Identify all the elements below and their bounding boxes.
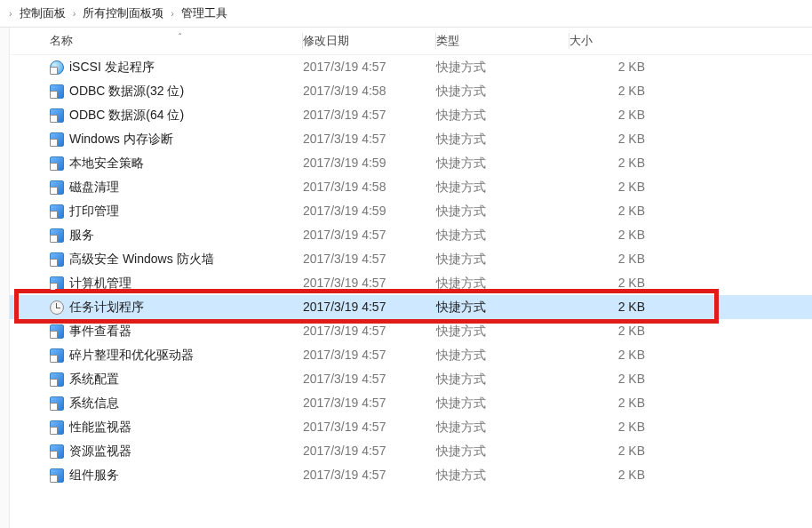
cell-size: 2 KB bbox=[569, 151, 694, 175]
list-item[interactable]: Windows 内存诊断2017/3/19 4:57快捷方式2 KB bbox=[10, 127, 812, 151]
globe-icon bbox=[50, 60, 64, 75]
cell-name: 性能监视器 bbox=[10, 415, 303, 439]
cell-size: 2 KB bbox=[569, 79, 694, 103]
list-item[interactable]: ODBC 数据源(64 位)2017/3/19 4:57快捷方式2 KB bbox=[10, 103, 812, 127]
cell-date: 2017/3/19 4:58 bbox=[303, 79, 436, 103]
shortcut-icon bbox=[50, 420, 64, 435]
shortcut-icon bbox=[50, 468, 64, 483]
column-header-date[interactable]: 修改日期 bbox=[303, 28, 436, 54]
file-name: 打印管理 bbox=[69, 199, 119, 223]
shortcut-icon bbox=[50, 180, 64, 195]
cell-date: 2017/3/19 4:57 bbox=[303, 367, 436, 391]
shortcut-icon bbox=[50, 252, 64, 267]
cell-type: 快捷方式 bbox=[436, 199, 569, 223]
list-item[interactable]: 计算机管理2017/3/19 4:57快捷方式2 KB bbox=[10, 271, 812, 295]
cell-type: 快捷方式 bbox=[436, 55, 569, 79]
breadcrumb-item[interactable]: 管理工具 bbox=[181, 0, 227, 27]
cell-size: 2 KB bbox=[569, 391, 694, 415]
cell-name: 事件查看器 bbox=[10, 319, 303, 343]
cell-size: 2 KB bbox=[569, 367, 694, 391]
cell-type: 快捷方式 bbox=[436, 79, 569, 103]
list-item[interactable]: 本地安全策略2017/3/19 4:59快捷方式2 KB bbox=[10, 151, 812, 175]
content-area: 名称 ˆ 修改日期 类型 大小 iSCSI 发起程序2017/3/19 4:57… bbox=[0, 28, 812, 528]
list-item[interactable]: 打印管理2017/3/19 4:59快捷方式2 KB bbox=[10, 199, 812, 223]
column-header-type[interactable]: 类型 bbox=[436, 28, 569, 54]
explorer-window: › 控制面板 › 所有控制面板项 › 管理工具 名称 ˆ 修改日期 类型 bbox=[0, 0, 812, 528]
cell-type: 快捷方式 bbox=[436, 271, 569, 295]
cell-size: 2 KB bbox=[569, 199, 694, 223]
list-item[interactable]: 高级安全 Windows 防火墙2017/3/19 4:57快捷方式2 KB bbox=[10, 247, 812, 271]
file-name: 性能监视器 bbox=[69, 415, 131, 439]
cell-date: 2017/3/19 4:57 bbox=[303, 415, 436, 439]
list-item[interactable]: 性能监视器2017/3/19 4:57快捷方式2 KB bbox=[10, 415, 812, 439]
cell-name: 碎片整理和优化驱动器 bbox=[10, 343, 303, 367]
shortcut-icon bbox=[50, 372, 64, 387]
clock-icon bbox=[50, 300, 64, 315]
cell-type: 快捷方式 bbox=[436, 367, 569, 391]
cell-date: 2017/3/19 4:59 bbox=[303, 199, 436, 223]
cell-size: 2 KB bbox=[569, 415, 694, 439]
file-list: 名称 ˆ 修改日期 类型 大小 iSCSI 发起程序2017/3/19 4:57… bbox=[10, 28, 812, 528]
cell-date: 2017/3/19 4:57 bbox=[303, 439, 436, 463]
shortcut-icon bbox=[50, 348, 64, 363]
list-item[interactable]: 事件查看器2017/3/19 4:57快捷方式2 KB bbox=[10, 319, 812, 343]
cell-type: 快捷方式 bbox=[436, 175, 569, 199]
shortcut-icon bbox=[50, 132, 64, 147]
cell-size: 2 KB bbox=[569, 343, 694, 367]
list-item[interactable]: ODBC 数据源(32 位)2017/3/19 4:58快捷方式2 KB bbox=[10, 79, 812, 103]
cell-name: 磁盘清理 bbox=[10, 175, 303, 199]
cell-name: 服务 bbox=[10, 223, 303, 247]
cell-date: 2017/3/19 4:57 bbox=[303, 319, 436, 343]
list-item[interactable]: iSCSI 发起程序2017/3/19 4:57快捷方式2 KB bbox=[10, 55, 812, 79]
cell-date: 2017/3/19 4:59 bbox=[303, 151, 436, 175]
file-name: 高级安全 Windows 防火墙 bbox=[69, 247, 214, 271]
shortcut-icon bbox=[50, 156, 64, 171]
cell-size: 2 KB bbox=[569, 127, 694, 151]
nav-pane-edge bbox=[0, 28, 10, 528]
cell-type: 快捷方式 bbox=[436, 127, 569, 151]
cell-date: 2017/3/19 4:57 bbox=[303, 223, 436, 247]
cell-name: ODBC 数据源(64 位) bbox=[10, 103, 303, 127]
cell-name: 本地安全策略 bbox=[10, 151, 303, 175]
shortcut-icon bbox=[50, 108, 64, 123]
list-item[interactable]: 系统信息2017/3/19 4:57快捷方式2 KB bbox=[10, 391, 812, 415]
column-header-name[interactable]: 名称 ˆ bbox=[10, 28, 303, 54]
cell-name: 组件服务 bbox=[10, 463, 303, 487]
list-item[interactable]: 系统配置2017/3/19 4:57快捷方式2 KB bbox=[10, 367, 812, 391]
list-item[interactable]: 磁盘清理2017/3/19 4:58快捷方式2 KB bbox=[10, 175, 812, 199]
breadcrumb[interactable]: › 控制面板 › 所有控制面板项 › 管理工具 bbox=[0, 0, 812, 28]
cell-name: ODBC 数据源(32 位) bbox=[10, 79, 303, 103]
cell-size: 2 KB bbox=[569, 247, 694, 271]
file-name: Windows 内存诊断 bbox=[69, 127, 173, 151]
cell-size: 2 KB bbox=[569, 103, 694, 127]
file-name: 资源监视器 bbox=[69, 439, 131, 463]
cell-size: 2 KB bbox=[569, 223, 694, 247]
column-header-size[interactable]: 大小 bbox=[569, 28, 694, 54]
chevron-right-icon: › bbox=[169, 0, 176, 27]
breadcrumb-item[interactable]: 控制面板 bbox=[20, 0, 66, 27]
cell-date: 2017/3/19 4:57 bbox=[303, 55, 436, 79]
breadcrumb-item[interactable]: 所有控制面板项 bbox=[83, 0, 163, 27]
file-name: ODBC 数据源(32 位) bbox=[69, 79, 184, 103]
column-header-label: 大小 bbox=[569, 34, 593, 47]
cell-date: 2017/3/19 4:57 bbox=[303, 343, 436, 367]
file-name: 服务 bbox=[69, 223, 94, 247]
cell-type: 快捷方式 bbox=[436, 391, 569, 415]
cell-name: 计算机管理 bbox=[10, 271, 303, 295]
file-rows: iSCSI 发起程序2017/3/19 4:57快捷方式2 KBODBC 数据源… bbox=[10, 55, 812, 487]
list-item[interactable]: 碎片整理和优化驱动器2017/3/19 4:57快捷方式2 KB bbox=[10, 343, 812, 367]
list-item[interactable]: 任务计划程序2017/3/19 4:57快捷方式2 KB bbox=[10, 295, 812, 319]
cell-type: 快捷方式 bbox=[436, 247, 569, 271]
file-name: 任务计划程序 bbox=[69, 295, 144, 319]
column-header-label: 类型 bbox=[436, 34, 459, 47]
file-name: ODBC 数据源(64 位) bbox=[69, 103, 184, 127]
cell-date: 2017/3/19 4:57 bbox=[303, 103, 436, 127]
chevron-right-icon: › bbox=[71, 0, 78, 27]
list-item[interactable]: 组件服务2017/3/19 4:57快捷方式2 KB bbox=[10, 463, 812, 487]
cell-date: 2017/3/19 4:57 bbox=[303, 247, 436, 271]
cell-name: 任务计划程序 bbox=[10, 295, 303, 319]
cell-type: 快捷方式 bbox=[436, 415, 569, 439]
list-item[interactable]: 服务2017/3/19 4:57快捷方式2 KB bbox=[10, 223, 812, 247]
list-item[interactable]: 资源监视器2017/3/19 4:57快捷方式2 KB bbox=[10, 439, 812, 463]
cell-type: 快捷方式 bbox=[436, 103, 569, 127]
